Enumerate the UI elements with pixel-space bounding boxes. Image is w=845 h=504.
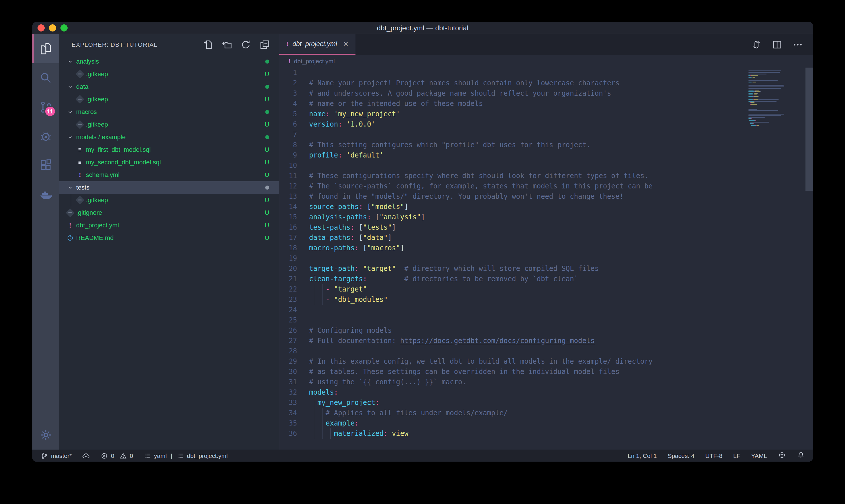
tree-file--gitkeep[interactable]: .gitkeepU: [59, 68, 279, 80]
tree-folder-macros[interactable]: macros: [59, 106, 279, 118]
eol-indicator[interactable]: LF: [733, 452, 740, 459]
line-number: 22: [279, 284, 305, 294]
code-line-22[interactable]: 22 - "target": [279, 284, 813, 294]
editor-scrollbar[interactable]: [806, 68, 813, 191]
chevron-down-icon: [67, 133, 74, 141]
window-title: dbt_project.yml — dbt-tutorial: [32, 24, 813, 32]
tree-item-label: models / example: [76, 133, 125, 141]
indentation-indicator[interactable]: Spaces: 4: [668, 452, 694, 459]
activity-search[interactable]: [32, 63, 59, 92]
code-line-14[interactable]: 14source-paths: ["models"]: [279, 202, 813, 212]
code-line-9[interactable]: 9profile: 'default': [279, 150, 813, 160]
line-number: 9: [279, 150, 305, 160]
outline-file[interactable]: dbt_project.yml: [177, 452, 228, 460]
code-line-16[interactable]: 16test-paths: ["tests"]: [279, 222, 813, 233]
tree-file--gitkeep[interactable]: .gitkeepU: [59, 93, 279, 106]
yaml-file-icon: !: [288, 57, 290, 65]
code-line-33[interactable]: 33 my_new_project:: [279, 397, 813, 408]
code-line-17[interactable]: 17data-paths: ["data"]: [279, 233, 813, 243]
git-status-badge: U: [265, 234, 269, 242]
code-line-8[interactable]: 8# This setting configures which "profil…: [279, 140, 813, 150]
line-number: 12: [279, 181, 305, 191]
line-number: 26: [279, 325, 305, 336]
code-line-28[interactable]: 28: [279, 346, 813, 356]
tree-file--gitkeep[interactable]: .gitkeepU: [59, 194, 279, 206]
feedback-button[interactable]: [778, 451, 786, 461]
tree-file-my-second-dbt-model-sql[interactable]: my_second_dbt_model.sqlU: [59, 156, 279, 169]
activity-source-control[interactable]: 11: [32, 92, 59, 122]
activity-debug[interactable]: [32, 122, 59, 151]
notifications-button[interactable]: [797, 451, 805, 461]
collapse-all-icon[interactable]: [259, 39, 270, 50]
encoding-indicator[interactable]: UTF-8: [705, 452, 722, 459]
code-line-35[interactable]: 35 example:: [279, 418, 813, 428]
code-line-26[interactable]: 26# Configuring models: [279, 325, 813, 336]
close-tab-icon[interactable]: ✕: [343, 40, 348, 48]
tree-item-label: my_second_dbt_model.sql: [86, 159, 161, 166]
editor-group: ! dbt_project.yml ✕: [279, 34, 813, 450]
activity-extensions[interactable]: [32, 151, 59, 180]
sync-button[interactable]: [82, 452, 90, 460]
tree-file-dbt-project-yml[interactable]: !dbt_project.ymlU: [59, 219, 279, 232]
code-line-29[interactable]: 29# In this example config, we tell dbt …: [279, 356, 813, 366]
code-line-6[interactable]: 6version: '1.0.0': [279, 119, 813, 129]
tree-file-readme-md[interactable]: README.mdU: [59, 232, 279, 244]
tab-dbt-project-yml[interactable]: ! dbt_project.yml ✕: [279, 34, 356, 55]
code-line-18[interactable]: 18macro-paths: ["macros"]: [279, 243, 813, 253]
more-actions-icon[interactable]: [792, 39, 803, 50]
tree-file--gitkeep[interactable]: .gitkeepU: [59, 118, 279, 131]
code-line-12[interactable]: 12# The `source-paths` config, for examp…: [279, 181, 813, 191]
tree-folder-models-example[interactable]: models / example: [59, 131, 279, 143]
code-line-15[interactable]: 15analysis-paths: ["analysis"]: [279, 212, 813, 222]
chevron-down-icon: [67, 83, 74, 90]
code-line-25[interactable]: 25: [279, 315, 813, 325]
refresh-icon[interactable]: [240, 39, 251, 50]
new-folder-icon[interactable]: [221, 39, 233, 50]
code-line-27[interactable]: 27# Full documentation: https://docs.get…: [279, 336, 813, 346]
code-line-11[interactable]: 11# These configurations specify where d…: [279, 171, 813, 181]
code-line-30[interactable]: 30# as tables. These settings can be ove…: [279, 366, 813, 377]
new-file-icon[interactable]: [202, 39, 214, 50]
activity-docker[interactable]: [32, 180, 59, 209]
cursor-position[interactable]: Ln 1, Col 1: [628, 452, 657, 459]
code-line-13[interactable]: 13# found in the "models/" directory. Yo…: [279, 191, 813, 202]
activity-settings[interactable]: [32, 420, 59, 450]
sql-file-icon: [75, 146, 85, 153]
code-line-3[interactable]: 3# and underscores. A good package name …: [279, 88, 813, 98]
code-line-2[interactable]: 2# Name your project! Project names shou…: [279, 78, 813, 88]
code-editor[interactable]: 12# Name your project! Project names sho…: [279, 68, 813, 450]
tree-file-my-first-dbt-model-sql[interactable]: my_first_dbt_model.sqlU: [59, 143, 279, 156]
open-changes-icon[interactable]: [751, 39, 762, 50]
minimap[interactable]: [749, 69, 804, 126]
code-line-24[interactable]: 24: [279, 305, 813, 315]
activity-explorer[interactable]: [32, 34, 59, 63]
code-line-23[interactable]: 23 - "dbt_modules": [279, 294, 813, 305]
outline-yaml[interactable]: yaml: [144, 452, 167, 460]
line-number: 20: [279, 264, 305, 274]
code-line-19[interactable]: 19: [279, 253, 813, 264]
language-indicator[interactable]: YAML: [751, 452, 767, 459]
tree-file--gitignore[interactable]: .gitignoreU: [59, 206, 279, 219]
code-line-5[interactable]: 5name: 'my_new_project': [279, 109, 813, 119]
line-number: 2: [279, 78, 305, 88]
code-line-34[interactable]: 34 # Applies to all files under models/e…: [279, 408, 813, 418]
code-line-10[interactable]: 10: [279, 160, 813, 171]
code-line-1[interactable]: 1: [279, 68, 813, 78]
code-line-4[interactable]: 4# name or the intended use of these mod…: [279, 98, 813, 109]
code-line-21[interactable]: 21clean-targets: # directories to be rem…: [279, 274, 813, 284]
code-line-36[interactable]: 36 materialized: view: [279, 428, 813, 439]
problems-indicator[interactable]: 0 0: [100, 452, 133, 460]
tree-folder-analysis[interactable]: analysis: [59, 55, 279, 68]
tree-folder-data[interactable]: data: [59, 80, 279, 93]
tree-file-schema-yml[interactable]: !schema.ymlU: [59, 169, 279, 181]
code-line-20[interactable]: 20target-path: "target" # directory whic…: [279, 264, 813, 274]
code-line-31[interactable]: 31# using the `{{ config(...) }}` macro.: [279, 377, 813, 387]
branch-indicator[interactable]: master*: [40, 452, 72, 460]
warning-count: 0: [130, 452, 133, 459]
tree-folder-tests[interactable]: tests: [59, 181, 279, 194]
code-line-7[interactable]: 7: [279, 129, 813, 140]
split-editor-icon[interactable]: [772, 39, 783, 50]
code-line-32[interactable]: 32models:: [279, 387, 813, 397]
breadcrumb[interactable]: ! dbt_project.yml: [279, 55, 813, 68]
line-number: 15: [279, 212, 305, 222]
